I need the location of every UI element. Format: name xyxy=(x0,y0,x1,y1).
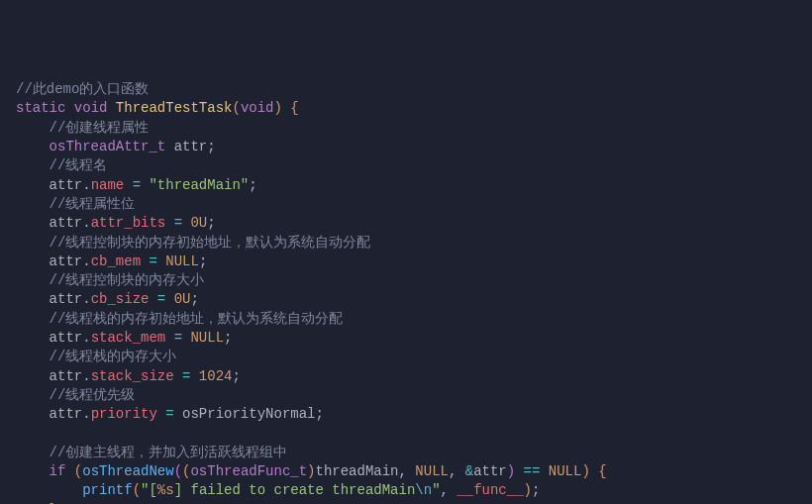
semicolon: ; xyxy=(224,330,232,346)
keyword-void: void xyxy=(241,100,274,116)
equals: = xyxy=(174,330,182,346)
comment: //创建主线程，并加入到活跃线程组中 xyxy=(50,445,288,460)
equals-equals: == xyxy=(524,463,541,479)
code-line: attr.priority = osPriorityNormal; xyxy=(16,405,812,424)
semicolon: ; xyxy=(232,368,240,384)
semicolon: ; xyxy=(190,291,198,307)
comment: //此demo的入口函数 xyxy=(16,81,149,97)
code-line: attr.cb_mem = NULL; xyxy=(16,252,812,271)
function-call: osThreadNew xyxy=(82,463,173,479)
property: stack_size xyxy=(91,368,174,384)
paren-close: ) xyxy=(581,463,589,479)
function-call: printf xyxy=(82,482,132,498)
equals: = xyxy=(182,368,190,384)
string: "threadMain" xyxy=(149,177,249,193)
equals: = xyxy=(157,291,165,307)
comment: //线程名 xyxy=(50,157,108,173)
semicolon: ; xyxy=(249,177,256,193)
property: stack_mem xyxy=(91,330,166,346)
type: osThreadFunc_t xyxy=(190,463,307,479)
identifier: attr xyxy=(50,330,83,346)
keyword-static: static xyxy=(16,100,65,116)
function-def: ThreadTestTask xyxy=(116,100,233,116)
ampersand: & xyxy=(465,463,473,479)
code-line: //线程栈的内存初始地址，默认为系统自动分配 xyxy=(16,310,812,329)
identifier: __func__ xyxy=(457,482,523,498)
code-line: //线程名 xyxy=(16,156,812,175)
code-line xyxy=(16,425,812,444)
comment: //线程优先级 xyxy=(50,387,136,403)
code-editor[interactable]: //此demo的入口函数static void ThreadTestTask(v… xyxy=(16,80,812,504)
semicolon: ; xyxy=(199,253,207,269)
dot: . xyxy=(82,253,90,269)
semicolon: ; xyxy=(207,139,215,154)
property: cb_size xyxy=(91,291,150,307)
code-line: //线程属性位 xyxy=(16,195,812,214)
number: 1024 xyxy=(199,368,233,384)
string: ] failed to create threadMain xyxy=(174,482,416,498)
brace-open: { xyxy=(290,100,298,116)
paren-close: ) xyxy=(524,482,532,498)
dot: . xyxy=(82,330,90,346)
equals: = xyxy=(149,253,156,269)
number: 0U xyxy=(174,291,191,307)
identifier: attr xyxy=(473,463,507,479)
null: NULL xyxy=(415,463,449,479)
code-line: //线程控制块的内存初始地址，默认为系统自动分配 xyxy=(16,234,812,252)
paren-open: ( xyxy=(74,463,82,479)
escape-char: \n xyxy=(415,482,432,498)
property: priority xyxy=(91,406,157,422)
semicolon: ; xyxy=(532,482,540,498)
equals: = xyxy=(165,406,173,422)
comment: //线程栈的内存大小 xyxy=(50,349,177,364)
identifier: attr xyxy=(50,177,83,193)
comment: //线程栈的内存初始地址，默认为系统自动分配 xyxy=(50,311,344,327)
dot: . xyxy=(82,215,90,231)
identifier: attr xyxy=(50,215,83,231)
comment: //创建线程属性 xyxy=(50,120,150,136)
null: NULL xyxy=(190,330,224,346)
keyword-if: if xyxy=(50,463,66,479)
code-line: //线程控制块的内存大小 xyxy=(16,271,812,290)
comment: //线程控制块的内存大小 xyxy=(50,272,205,288)
equals: = xyxy=(174,215,182,231)
comma: , xyxy=(399,463,407,479)
paren-close: ) xyxy=(507,463,515,479)
paren-open: ( xyxy=(232,100,240,116)
dot: . xyxy=(82,368,90,384)
paren-close: ) xyxy=(273,100,281,116)
code-line: //创建主线程，并加入到活跃线程组中 xyxy=(16,444,812,462)
code-line: attr.attr_bits = 0U; xyxy=(16,214,812,233)
null: NULL xyxy=(165,253,199,269)
identifier: threadMain xyxy=(316,463,399,479)
paren-open: ( xyxy=(174,463,182,479)
code-line: //线程栈的内存大小 xyxy=(16,348,812,366)
comma: , xyxy=(441,482,449,498)
dot: . xyxy=(82,177,90,193)
code-line: static void ThreadTestTask(void) { xyxy=(16,99,812,118)
number: 0U xyxy=(190,215,207,231)
code-line: //此demo的入口函数 xyxy=(16,80,812,99)
type: osThreadAttr_t xyxy=(50,139,166,154)
equals: = xyxy=(133,177,141,193)
code-line: attr.stack_mem = NULL; xyxy=(16,329,812,348)
identifier: attr xyxy=(50,406,83,422)
code-line: //创建线程属性 xyxy=(16,119,812,138)
code-line: //线程优先级 xyxy=(16,386,812,405)
format-specifier: %s xyxy=(157,482,174,498)
comment: //线程控制块的内存初始地址，默认为系统自动分配 xyxy=(50,235,371,251)
code-line: if (osThreadNew((osThreadFunc_t)threadMa… xyxy=(16,462,812,481)
identifier: attr xyxy=(174,139,208,154)
identifier: attr xyxy=(50,291,83,307)
identifier: osPriorityNormal xyxy=(182,406,315,422)
code-line: printf("[%s] failed to create threadMain… xyxy=(16,481,812,500)
code-line: osThreadAttr_t attr; xyxy=(16,138,812,156)
semicolon: ; xyxy=(207,215,215,231)
code-line: attr.cb_size = 0U; xyxy=(16,290,812,309)
identifier: attr xyxy=(50,368,83,384)
property: cb_mem xyxy=(91,253,141,269)
dot: . xyxy=(82,291,90,307)
property: name xyxy=(91,177,125,193)
null: NULL xyxy=(549,463,582,479)
identifier: attr xyxy=(50,253,83,269)
